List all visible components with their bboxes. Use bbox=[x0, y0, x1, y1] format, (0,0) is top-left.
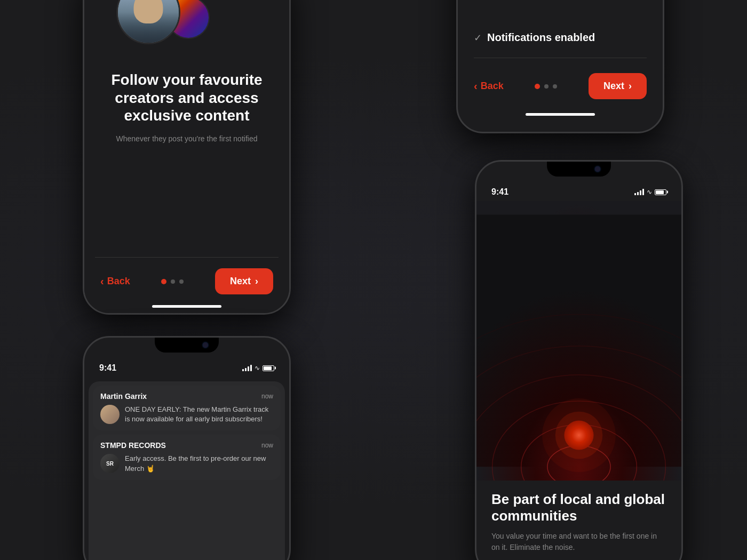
status-bar-bottom-left: 9:41 ∿ bbox=[84, 355, 289, 377]
back-label-right: Back bbox=[481, 81, 504, 92]
notifications-section: ✓ Notifications enabled ‹ Back Ne bbox=[458, 21, 663, 132]
pagination-dots-right bbox=[535, 84, 557, 89]
camera-dot bbox=[203, 342, 208, 348]
phone-top-left: Follow your favourite creators and acces… bbox=[83, 0, 291, 315]
status-bar-br: 9:41 ∿ bbox=[476, 179, 681, 201]
notifications-enabled: ✓ Notifications enabled bbox=[474, 31, 647, 52]
avatar-row bbox=[84, 0, 289, 55]
wifi-icon-br: ∿ bbox=[647, 188, 652, 196]
camera-dot-br bbox=[595, 166, 600, 172]
back-chevron-icon-right: ‹ bbox=[474, 80, 478, 92]
status-icons-br: ∿ bbox=[634, 188, 666, 196]
notif-body-2: SR Early access. Be the first to pre-ord… bbox=[100, 454, 273, 473]
communities-text: Be part of local and global communities … bbox=[476, 481, 681, 558]
notif-body-1: ONE DAY EARLY: The new Martin Garrix tra… bbox=[100, 405, 273, 424]
main-title: Follow your favourite creators and acces… bbox=[100, 71, 273, 125]
page: Follow your favourite creators and acces… bbox=[0, 0, 747, 560]
phone-content: Follow your favourite creators and acces… bbox=[84, 71, 289, 246]
home-indicator bbox=[152, 305, 221, 308]
dot-2 bbox=[171, 279, 175, 284]
notif-app-name-1: Martin Garrix bbox=[100, 392, 147, 401]
camera-notch-br bbox=[547, 162, 611, 177]
notif-header-2: STMPD RECORDS now bbox=[100, 441, 273, 450]
notif-header-1: Martin Garrix now bbox=[100, 392, 273, 401]
back-label: Back bbox=[107, 276, 130, 287]
notification-card-2: STMPD RECORDS now SR Early access. Be th… bbox=[93, 435, 281, 479]
status-time-br: 9:41 bbox=[491, 187, 508, 197]
notif-time-1: now bbox=[261, 393, 273, 400]
notif-avatar-2: SR bbox=[100, 454, 120, 473]
check-icon: ✓ bbox=[474, 32, 482, 44]
dot-3 bbox=[179, 279, 184, 284]
dot-1 bbox=[161, 279, 166, 284]
notification-card-1: Martin Garrix now ONE DAY EARLY: The new… bbox=[93, 386, 281, 430]
signal-icon-br bbox=[634, 189, 644, 195]
status-time: 9:41 bbox=[99, 363, 116, 373]
wifi-icon: ∿ bbox=[255, 364, 260, 372]
phone-top-right: ✓ Notifications enabled ‹ Back Ne bbox=[456, 0, 664, 133]
back-button-right[interactable]: ‹ Back bbox=[474, 80, 504, 92]
battery-icon bbox=[263, 365, 274, 371]
dot-r3 bbox=[553, 84, 557, 89]
notif-time-2: now bbox=[261, 442, 273, 449]
communities-subtitle: You value your time and want to be the f… bbox=[491, 531, 666, 553]
back-chevron-icon: ‹ bbox=[100, 275, 104, 287]
phone-bottom-left: 9:41 ∿ bbox=[83, 336, 291, 560]
pagination-dots bbox=[161, 279, 184, 284]
status-icons: ∿ bbox=[242, 364, 274, 372]
bottom-nav-right: ‹ Back Next › bbox=[474, 69, 647, 108]
notif-avatar-1 bbox=[100, 405, 120, 424]
bottom-nav: ‹ Back Next › bbox=[84, 258, 289, 305]
communities-title: Be part of local and global communities bbox=[491, 491, 666, 524]
notifications-enabled-text: Notifications enabled bbox=[487, 31, 595, 44]
notification-divider bbox=[474, 58, 647, 58]
notif-message-2: Early access. Be the first to pre-order … bbox=[125, 454, 273, 473]
next-label: Next bbox=[230, 276, 251, 287]
next-chevron-icon: › bbox=[255, 276, 258, 287]
communities-visual bbox=[476, 201, 681, 481]
next-chevron-icon-right: › bbox=[629, 81, 632, 92]
camera-notch bbox=[155, 338, 219, 353]
avatar-face bbox=[118, 0, 179, 43]
battery-icon-br bbox=[655, 189, 666, 195]
next-button[interactable]: Next › bbox=[215, 268, 273, 294]
home-indicator-right bbox=[526, 113, 595, 116]
next-button-right[interactable]: Next › bbox=[589, 73, 647, 99]
notifications-list-bg: Martin Garrix now ONE DAY EARLY: The new… bbox=[89, 381, 285, 560]
sub-text: Whenever they post you're the first noti… bbox=[100, 133, 273, 145]
next-label-right: Next bbox=[603, 81, 624, 92]
svg-point-9 bbox=[542, 398, 616, 472]
avatar-main bbox=[116, 0, 180, 44]
signal-icon bbox=[242, 365, 252, 371]
dot-r2 bbox=[544, 84, 549, 89]
notif-app-name-2: STMPD RECORDS bbox=[100, 441, 166, 450]
rings-svg bbox=[476, 201, 681, 481]
notif-message-1: ONE DAY EARLY: The new Martin Garrix tra… bbox=[125, 405, 273, 424]
back-button[interactable]: ‹ Back bbox=[100, 275, 130, 287]
phone-bottom-right: 9:41 ∿ bbox=[475, 160, 683, 560]
dot-r1 bbox=[535, 84, 540, 89]
